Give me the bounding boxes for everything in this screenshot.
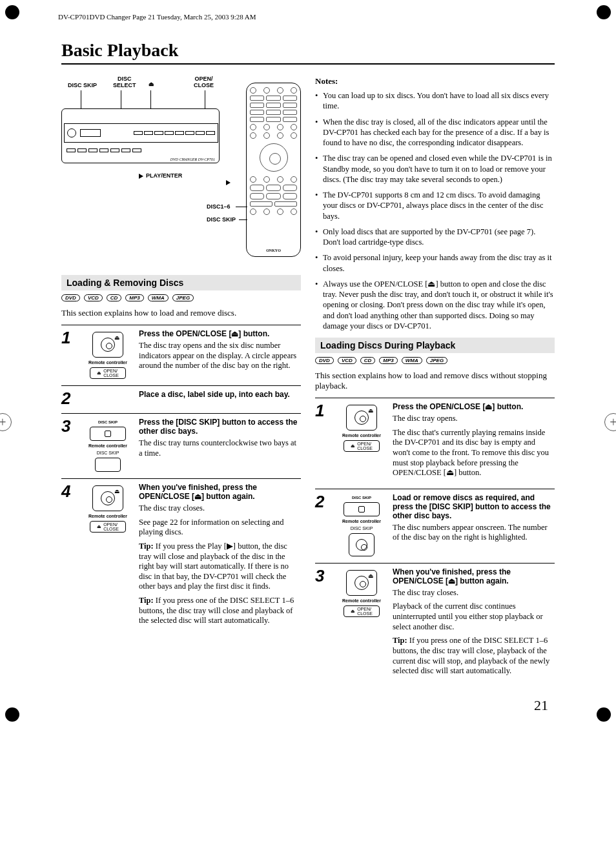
step-text: See page 22 for information on selecting… bbox=[139, 518, 301, 538]
format-badge: VCD bbox=[338, 357, 356, 364]
notes-list: You can load up to six discs. You don't … bbox=[315, 90, 555, 331]
format-badge: WMA bbox=[148, 294, 169, 301]
btn-label: DISC SKIP bbox=[351, 526, 373, 531]
step-number: 2 bbox=[315, 493, 331, 556]
step-1: 1 ⏏ Remote controller ⏏OPEN/ CLOSE Press… bbox=[61, 325, 301, 385]
format-badges: DVD VCD CD MP3 WMA JPEG bbox=[315, 357, 555, 364]
ill-caption: Remote controller bbox=[88, 443, 127, 448]
step-text: The disc tray opens. bbox=[393, 414, 555, 424]
label-disc-select: DISC SELECT bbox=[113, 76, 136, 89]
step-illustration: DISC SKIP Remote controller DISC SKIP bbox=[82, 418, 134, 472]
step-b3: 3 ⏏ Remote controller ⏏OPEN/ CLOSE When … bbox=[315, 563, 555, 687]
label-disc-skip-remote: DISC SKIP bbox=[207, 217, 236, 223]
format-badge: DVD bbox=[315, 357, 334, 364]
step-illustration: ⏏ Remote controller ⏏OPEN/ CLOSE bbox=[336, 567, 387, 680]
format-badge: WMA bbox=[402, 357, 422, 364]
register-mark bbox=[0, 413, 12, 431]
format-badge: JPEG bbox=[426, 357, 447, 364]
eject-icon: ⏏ bbox=[114, 334, 120, 341]
step-text: The disc tray opens and the six disc num… bbox=[139, 341, 301, 371]
steps-a: 1 ⏏ Remote controller ⏏OPEN/ CLOSE Press… bbox=[61, 325, 301, 636]
play-icon bbox=[226, 179, 233, 186]
left-column: DISC SKIP DISC SELECT ⏏ OPEN/ CLOSE bbox=[61, 76, 301, 687]
step-title: When you've finished, press the OPEN/CLO… bbox=[139, 483, 301, 501]
step-b2: 2 DISC SKIP Remote controller DISC SKIP … bbox=[315, 489, 555, 563]
format-badge: VCD bbox=[84, 294, 103, 301]
eject-icon: ⏏ bbox=[114, 488, 120, 494]
device-diagram: DISC SKIP DISC SELECT ⏏ OPEN/ CLOSE bbox=[61, 76, 301, 263]
note-item: Only load discs that are supported by th… bbox=[315, 227, 555, 248]
step-number: 3 bbox=[61, 418, 77, 472]
register-dot bbox=[597, 5, 611, 19]
step-text: The disc numbers appear onscreen. The nu… bbox=[393, 523, 555, 543]
device-thumb: ⏏ bbox=[92, 485, 123, 511]
step-text: The disc tray closes. bbox=[139, 503, 301, 514]
step-tip: Tip: If you press one of the DISC SELECT… bbox=[139, 596, 301, 626]
step-number: 1 bbox=[315, 402, 331, 482]
note-item: To avoid personal injury, keep your hand… bbox=[315, 252, 555, 274]
button-thumb bbox=[95, 458, 121, 472]
step-text: The disc tray closes. bbox=[393, 588, 555, 598]
register-mark bbox=[604, 413, 616, 431]
step-number: 4 bbox=[61, 483, 77, 630]
note-item: You can load up to six discs. You don't … bbox=[315, 90, 555, 112]
button-thumb: ⏏OPEN/ CLOSE bbox=[344, 440, 380, 452]
step-text: Playback of the current disc continues u… bbox=[393, 602, 555, 632]
format-badge: CD bbox=[107, 294, 122, 301]
step-title: Press the OPEN/CLOSE [⏏] button. bbox=[393, 402, 555, 411]
eject-icon: ⏏ bbox=[351, 443, 355, 449]
step-4: 4 ⏏ Remote controller ⏏OPEN/ CLOSE When … bbox=[61, 478, 301, 636]
label-play-enter: PLAY/ENTER bbox=[139, 173, 182, 179]
ill-caption: Remote controller bbox=[342, 519, 381, 523]
remote-illustration: ONKYO bbox=[246, 83, 301, 257]
eject-icon: ⏏ bbox=[368, 573, 374, 579]
notes-heading: Notes: bbox=[315, 76, 555, 86]
page-title: Basic Playback bbox=[61, 40, 555, 65]
note-item: When the disc tray is closed, all of the… bbox=[315, 117, 555, 148]
button-thumb: ⏏OPEN/ CLOSE bbox=[90, 367, 126, 379]
step-b1: 1 ⏏ Remote controller ⏏OPEN/ CLOSE Press… bbox=[315, 398, 555, 489]
register-dot bbox=[5, 707, 19, 722]
format-badge: MP3 bbox=[379, 357, 397, 364]
step-tip: Tip: If you press one of the DISC SELECT… bbox=[393, 636, 555, 676]
right-column: Notes: You can load up to six discs. You… bbox=[315, 76, 555, 687]
btn-top-label: DISC SKIP bbox=[98, 420, 118, 424]
eject-icon: ⏏ bbox=[351, 609, 355, 614]
step-illustration: ⏏ Remote controller ⏏OPEN/ CLOSE bbox=[336, 402, 387, 482]
step-illustration: ⏏ Remote controller ⏏OPEN/ CLOSE bbox=[82, 483, 134, 630]
step-number: 1 bbox=[61, 329, 77, 379]
ill-caption: Remote controller bbox=[88, 360, 127, 365]
btn-label: DISC SKIP bbox=[97, 451, 119, 455]
eject-icon: ⏏ bbox=[368, 407, 374, 414]
section-heading: Loading Discs During Playback bbox=[315, 338, 555, 353]
note-item: The DV-CP701 supports 8 cm and 12 cm dis… bbox=[315, 190, 555, 221]
register-dot bbox=[597, 707, 611, 722]
step-number: 3 bbox=[315, 567, 331, 680]
label-open-close: OPEN/ CLOSE bbox=[194, 76, 214, 89]
ill-caption: Remote controller bbox=[342, 433, 381, 438]
play-icon bbox=[139, 174, 143, 179]
format-badges: DVD VCD CD MP3 WMA JPEG bbox=[61, 294, 301, 301]
format-badge: JPEG bbox=[172, 294, 194, 301]
format-badge: CD bbox=[360, 357, 376, 364]
button-thumb: ⏏OPEN/ CLOSE bbox=[90, 521, 126, 533]
eject-icon: ⏏ bbox=[97, 371, 101, 376]
ill-caption: Remote controller bbox=[88, 514, 127, 518]
step-illustration: ⏏ Remote controller ⏏OPEN/ CLOSE bbox=[82, 329, 134, 379]
device-thumb: ⏏ bbox=[346, 570, 377, 596]
register-dot bbox=[5, 5, 19, 19]
page-number: 21 bbox=[61, 697, 555, 714]
step-title: When you've finished, press the OPEN/CLO… bbox=[393, 567, 555, 585]
note-item: The disc tray can be opened and closed e… bbox=[315, 153, 555, 185]
step-illustration: DISC SKIP Remote controller DISC SKIP bbox=[336, 493, 387, 556]
eject-icon: ⏏ bbox=[97, 524, 101, 529]
label-disc-skip: DISC SKIP bbox=[68, 83, 97, 89]
ill-caption: Remote controller bbox=[342, 598, 381, 603]
file-header: DV-CP701DVD Changer Page 21 Tuesday, Mar… bbox=[58, 13, 590, 21]
step-2: 2 Place a disc, label side up, into each… bbox=[61, 385, 301, 413]
section-intro: This section explains how to load and re… bbox=[61, 308, 301, 318]
device-thumb: ⏏ bbox=[346, 405, 377, 431]
step-title: Place a disc, label side up, into each b… bbox=[139, 390, 301, 399]
section-intro: This section explains how to load and re… bbox=[315, 371, 555, 391]
button-thumb: ⏏OPEN/ CLOSE bbox=[344, 605, 380, 617]
